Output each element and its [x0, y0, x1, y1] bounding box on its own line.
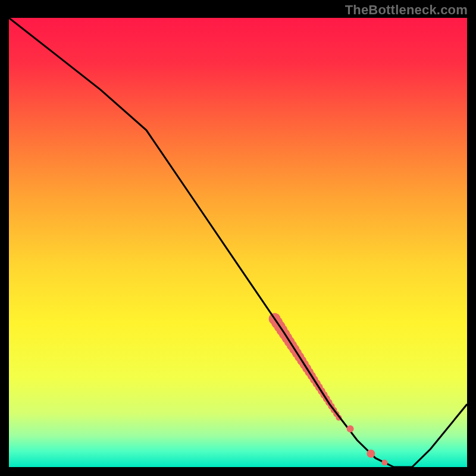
chart-svg	[9, 18, 467, 467]
chart-frame: TheBottleneck.com	[0, 0, 476, 476]
marker-dot	[381, 460, 387, 466]
marker-dot	[367, 449, 375, 458]
gradient-background	[9, 18, 467, 467]
marker-dot	[347, 425, 354, 433]
watermark-text: TheBottleneck.com	[345, 2, 468, 18]
plot-area	[9, 18, 467, 467]
